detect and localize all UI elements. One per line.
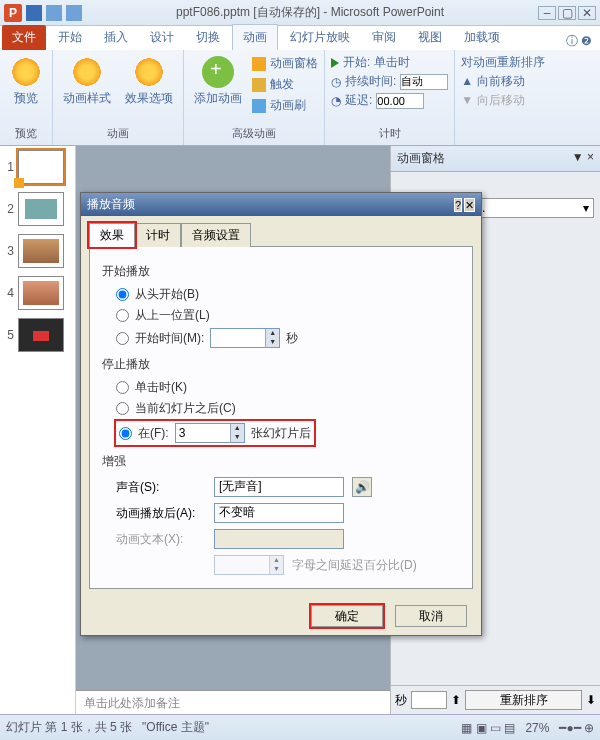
quick-access-toolbar[interactable] bbox=[26, 5, 82, 21]
zoom-level[interactable]: 27% bbox=[525, 721, 549, 735]
radio-after-n-slides[interactable] bbox=[119, 427, 132, 440]
slide-count-input[interactable] bbox=[176, 424, 230, 442]
tab-design[interactable]: 设计 bbox=[140, 25, 184, 50]
dialog-title: 播放音频 bbox=[87, 196, 135, 213]
thumb-3[interactable]: 3 bbox=[4, 234, 71, 268]
anim-text-label: 动画文本(X): bbox=[116, 531, 206, 548]
title-bar: P pptF086.pptm [自动保存的] - Microsoft Power… bbox=[0, 0, 600, 26]
thumb-4[interactable]: 4 bbox=[4, 276, 71, 310]
radio-label: 开始时间(M): bbox=[135, 330, 204, 347]
tab-timing[interactable]: 计时 bbox=[135, 223, 181, 247]
sound-label: 声音(S): bbox=[116, 479, 206, 496]
tab-audio-settings[interactable]: 音频设置 bbox=[181, 223, 251, 247]
seconds-label: 秒 bbox=[395, 692, 407, 709]
undo-icon[interactable] bbox=[46, 5, 62, 21]
star-icon bbox=[10, 56, 42, 88]
reorder-button[interactable]: 重新排序 bbox=[465, 690, 582, 710]
sec-label: 秒 bbox=[286, 330, 298, 347]
brush-icon bbox=[252, 99, 266, 113]
effect-options-button[interactable]: 效果选项 bbox=[121, 54, 177, 109]
letter-delay-label: 字母之间延迟百分比(D) bbox=[292, 557, 417, 574]
sound-select[interactable]: [无声音] bbox=[214, 477, 344, 497]
anim-indicator-icon bbox=[14, 178, 24, 188]
notes-pane[interactable]: 单击此处添加备注 bbox=[76, 690, 390, 714]
anim-pane-button[interactable]: 动画窗格 bbox=[252, 54, 318, 73]
radio-from-time[interactable] bbox=[116, 332, 129, 345]
radio-label: 在(F): bbox=[138, 425, 169, 442]
star-icon bbox=[71, 56, 103, 88]
sound-preview-icon[interactable]: 🔊 bbox=[352, 477, 372, 497]
save-icon[interactable] bbox=[26, 5, 42, 21]
start-value[interactable]: 单击时 bbox=[374, 54, 410, 71]
radio-from-beginning[interactable] bbox=[116, 288, 129, 301]
close-button[interactable]: ✕ bbox=[578, 6, 596, 20]
delay-label: 延迟: bbox=[345, 92, 372, 109]
duration-input[interactable] bbox=[400, 74, 448, 90]
anim-style-button[interactable]: 动画样式 bbox=[59, 54, 115, 109]
after-anim-label: 动画播放后(A): bbox=[116, 505, 206, 522]
pane-title: 动画窗格 bbox=[397, 150, 445, 167]
move-later-button[interactable]: ▼ 向后移动 bbox=[461, 92, 545, 109]
start-time-input[interactable] bbox=[211, 329, 265, 347]
view-buttons[interactable]: ▦ ▣ ▭ ▤ bbox=[461, 721, 515, 735]
pane-close-icon[interactable]: ▼ × bbox=[572, 150, 594, 167]
enhance-group-label: 增强 bbox=[102, 453, 460, 470]
thumb-2[interactable]: 2 bbox=[4, 192, 71, 226]
stop-group-label: 停止播放 bbox=[102, 356, 460, 373]
after-anim-select[interactable]: 不变暗 bbox=[214, 503, 344, 523]
radio-after-current[interactable] bbox=[116, 402, 129, 415]
help-icon[interactable]: ⓘ ❷ bbox=[566, 33, 592, 50]
theme-name: "Office 主题" bbox=[142, 719, 209, 736]
preview-button[interactable]: 预览 bbox=[6, 54, 46, 109]
radio-label: 当前幻灯片之后(C) bbox=[135, 400, 236, 417]
delay-input[interactable] bbox=[376, 93, 424, 109]
radio-on-click[interactable] bbox=[116, 381, 129, 394]
slide-thumbnails[interactable]: 1 2 3 4 5 bbox=[0, 146, 76, 714]
ribbon: 预览预览 动画样式 效果选项 动画 添加动画 动画窗格 触发 动画刷 高级动画 … bbox=[0, 50, 600, 146]
anim-text-select bbox=[214, 529, 344, 549]
maximize-button[interactable]: ▢ bbox=[558, 6, 576, 20]
add-anim-button[interactable]: 添加动画 bbox=[190, 54, 246, 109]
tab-home[interactable]: 开始 bbox=[48, 25, 92, 50]
tab-view[interactable]: 视图 bbox=[408, 25, 452, 50]
dialog-help-icon[interactable]: ? bbox=[454, 198, 462, 212]
thumb-1[interactable]: 1 bbox=[4, 150, 71, 184]
tab-slideshow[interactable]: 幻灯片放映 bbox=[280, 25, 360, 50]
star-icon bbox=[133, 56, 165, 88]
redo-icon[interactable] bbox=[66, 5, 82, 21]
radio-from-last[interactable] bbox=[116, 309, 129, 322]
plus-icon bbox=[202, 56, 234, 88]
play-audio-dialog: 播放音频?✕ 效果 计时 音频设置 开始播放 从头开始(B) 从上一位置(L) … bbox=[80, 192, 482, 636]
tab-effect[interactable]: 效果 bbox=[89, 223, 135, 247]
minimize-button[interactable]: – bbox=[538, 6, 556, 20]
zoom-slider[interactable]: ━●━ ⊕ bbox=[559, 721, 594, 735]
tab-addin[interactable]: 加载项 bbox=[454, 25, 510, 50]
anim-painter-button[interactable]: 动画刷 bbox=[252, 96, 318, 115]
delay-icon: ◔ bbox=[331, 94, 341, 108]
cancel-button[interactable]: 取消 bbox=[395, 605, 467, 627]
dialog-close-icon[interactable]: ✕ bbox=[464, 198, 475, 212]
tab-insert[interactable]: 插入 bbox=[94, 25, 138, 50]
clock-icon: ◷ bbox=[331, 75, 341, 89]
tab-review[interactable]: 审阅 bbox=[362, 25, 406, 50]
start-group-label: 开始播放 bbox=[102, 263, 460, 280]
pane-icon bbox=[252, 57, 266, 71]
letter-delay-input bbox=[215, 556, 269, 574]
trigger-button[interactable]: 触发 bbox=[252, 75, 318, 94]
move-earlier-button[interactable]: ▲ 向前移动 bbox=[461, 73, 545, 90]
seconds-input[interactable] bbox=[411, 691, 447, 709]
tab-file[interactable]: 文件 bbox=[2, 25, 46, 50]
ok-button[interactable]: 确定 bbox=[311, 605, 383, 627]
thumb-5[interactable]: 5 bbox=[4, 318, 71, 352]
dur-label: 持续时间: bbox=[345, 73, 396, 90]
window-title: pptF086.pptm [自动保存的] - Microsoft PowerPo… bbox=[82, 4, 538, 21]
group-anim: 动画 bbox=[59, 124, 177, 141]
tab-transition[interactable]: 切换 bbox=[186, 25, 230, 50]
group-adv: 高级动画 bbox=[190, 124, 318, 141]
move-up-icon[interactable]: ⬆ bbox=[451, 693, 461, 707]
bolt-icon bbox=[252, 78, 266, 92]
tab-animation[interactable]: 动画 bbox=[232, 24, 278, 50]
status-bar: 幻灯片 第 1 张，共 5 张 "Office 主题" ▦ ▣ ▭ ▤ 27% … bbox=[0, 714, 600, 740]
move-down-icon[interactable]: ⬇ bbox=[586, 693, 596, 707]
slide-count: 幻灯片 第 1 张，共 5 张 bbox=[6, 719, 132, 736]
